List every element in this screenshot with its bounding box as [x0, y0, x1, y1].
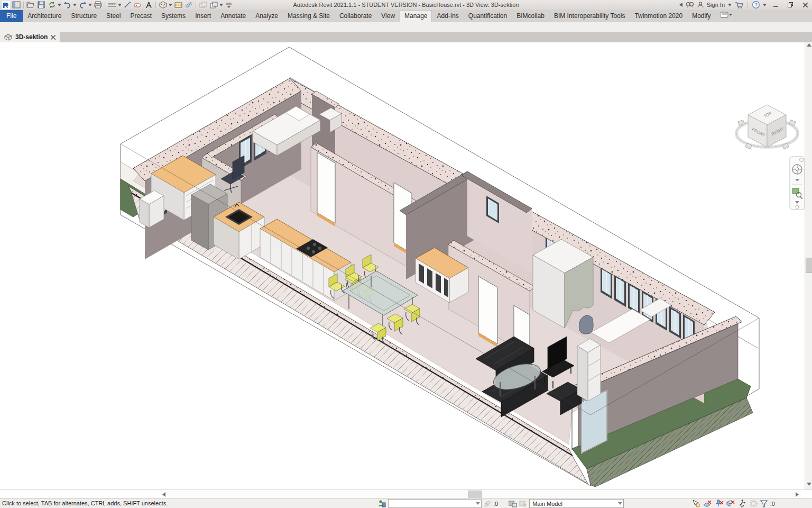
- 3d-section-view: TOP FRONT RIGHT: [0, 42, 805, 489]
- sign-in-label[interactable]: Sign In: [707, 2, 725, 8]
- drawing-area[interactable]: TOP FRONT RIGHT: [0, 42, 805, 489]
- print-icon[interactable]: [93, 1, 103, 9]
- close-hidden-windows-icon[interactable]: [198, 1, 208, 9]
- ribbon-tab-bar: File Architecture Structure Steel Precas…: [0, 10, 812, 22]
- status-right: :0: [691, 499, 775, 508]
- select-by-face-icon[interactable]: [726, 500, 735, 507]
- select-pinned-icon[interactable]: [715, 500, 724, 507]
- text-icon[interactable]: [144, 1, 153, 9]
- measure-icon[interactable]: [107, 1, 117, 9]
- restore-button[interactable]: [785, 1, 796, 9]
- status-middle: :0 Main Model: [377, 499, 624, 508]
- scroll-right-arrow[interactable]: [796, 492, 799, 497]
- tab-twinmotion[interactable]: Twinmotion 2020: [630, 10, 687, 22]
- door: [478, 276, 497, 347]
- tab-structure[interactable]: Structure: [66, 10, 102, 22]
- help-caret[interactable]: [763, 4, 767, 6]
- select-underlay-icon[interactable]: [703, 500, 712, 507]
- tab-modify[interactable]: Modify: [687, 10, 715, 22]
- tab-file[interactable]: File: [0, 10, 23, 22]
- worksets-combo-caret: [476, 502, 480, 505]
- worksets-combobox[interactable]: [388, 499, 482, 508]
- view-tab-close-icon[interactable]: [51, 35, 56, 40]
- tab-add-ins[interactable]: Add-Ins: [432, 10, 463, 22]
- tab-analyze[interactable]: Analyze: [251, 10, 283, 22]
- user-icon[interactable]: [697, 2, 704, 8]
- view-tab-label: 3D-sektion: [15, 33, 48, 41]
- open-icon[interactable]: [26, 1, 35, 9]
- tag-icon[interactable]: [133, 1, 143, 9]
- help-icon[interactable]: [752, 1, 760, 8]
- sign-in-caret[interactable]: [728, 4, 732, 6]
- undo-icon[interactable]: [62, 1, 72, 9]
- viewcube[interactable]: TOP FRONT RIGHT: [736, 105, 798, 149]
- close-button[interactable]: [799, 1, 811, 9]
- customize-qat-icon[interactable]: [224, 1, 234, 9]
- switch-windows-caret[interactable]: [219, 1, 223, 9]
- editing-requests-count: :0: [493, 501, 498, 507]
- tab-collaborate[interactable]: Collaborate: [335, 10, 376, 22]
- redo-caret[interactable]: [88, 1, 92, 9]
- drag-on-selection-icon[interactable]: [738, 500, 747, 507]
- worksets-icon[interactable]: [377, 500, 386, 507]
- add-to-set-icon[interactable]: [519, 500, 527, 507]
- sync-icon[interactable]: [47, 1, 57, 9]
- tab-bimcollab[interactable]: BIMcollab: [512, 10, 549, 22]
- back-arrow-icon[interactable]: [679, 3, 682, 7]
- titlebar-right: Sign In: [679, 0, 811, 10]
- ribbon-collapsed-strip: [0, 22, 812, 32]
- design-options-icon[interactable]: [509, 500, 517, 507]
- save-icon[interactable]: [36, 1, 46, 9]
- tab-massing-site[interactable]: Massing & Site: [283, 10, 335, 22]
- tab-annotate[interactable]: Annotate: [216, 10, 251, 22]
- tab-steel[interactable]: Steel: [102, 10, 125, 22]
- select-links-icon[interactable]: [691, 500, 700, 507]
- scroll-left-arrow[interactable]: [162, 492, 165, 497]
- section-icon[interactable]: [173, 1, 183, 9]
- revit-logo-icon[interactable]: [1, 1, 11, 9]
- tab-bim-interoperability[interactable]: BIM Interoperability Tools: [549, 10, 630, 22]
- measure-caret[interactable]: [118, 1, 122, 9]
- view-tab-bar: 3D-sektion: [0, 32, 812, 42]
- quick-access-toolbar: [1, 1, 234, 9]
- app-store-icon[interactable]: [735, 2, 743, 8]
- undo-caret[interactable]: [73, 1, 77, 9]
- tab-systems[interactable]: Systems: [156, 10, 190, 22]
- filter-count: :0: [770, 501, 775, 507]
- vertical-scrollbar[interactable]: [805, 42, 812, 498]
- search-icon[interactable]: [686, 2, 694, 8]
- default-3d-view-icon[interactable]: [158, 1, 168, 9]
- title-bar: Autodesk Revit 2021.1.1 - STUDENT VERSIO…: [0, 0, 812, 10]
- design-options-caret: [618, 502, 622, 505]
- scroll-down-arrow[interactable]: [807, 483, 811, 486]
- door: [317, 152, 335, 226]
- switch-windows-icon[interactable]: [209, 1, 218, 9]
- viewcube-cube[interactable]: TOP FRONT RIGHT: [748, 105, 786, 147]
- redo-icon[interactable]: [78, 1, 87, 9]
- tab-manage[interactable]: Manage: [400, 10, 432, 22]
- tab-insert[interactable]: Insert: [190, 10, 216, 22]
- tab-precast[interactable]: Precast: [125, 10, 156, 22]
- view-tab-3d-sektion[interactable]: 3D-sektion: [0, 32, 60, 42]
- ui-panel-icon[interactable]: [12, 1, 21, 9]
- filter-icon[interactable]: [760, 500, 768, 507]
- default-3d-view-caret[interactable]: [169, 1, 172, 9]
- design-options-combobox[interactable]: Main Model: [529, 499, 624, 508]
- horizontal-scroll-thumb[interactable]: [468, 491, 482, 498]
- ribbon-display-toggle-icon[interactable]: [716, 10, 737, 22]
- tab-architecture[interactable]: Architecture: [23, 10, 66, 22]
- tab-view[interactable]: View: [376, 10, 400, 22]
- minimize-button[interactable]: [770, 1, 781, 9]
- bottom-bar: 1 : 100: [0, 489, 812, 498]
- sync-caret[interactable]: [58, 1, 61, 9]
- active-design-option: Main Model: [532, 501, 562, 507]
- horizontal-scrollbar[interactable]: [161, 490, 801, 498]
- editing-requests-icon[interactable]: [484, 500, 491, 507]
- tab-quantification[interactable]: Quantification: [464, 10, 512, 22]
- navigation-bar[interactable]: [790, 157, 805, 210]
- settings-gear-icon[interactable]: [750, 500, 758, 507]
- vertical-scroll-thumb[interactable]: [806, 258, 812, 273]
- thin-lines-icon[interactable]: [184, 1, 193, 9]
- scroll-up-arrow[interactable]: [807, 43, 811, 47]
- aligned-dimension-icon[interactable]: [123, 1, 132, 9]
